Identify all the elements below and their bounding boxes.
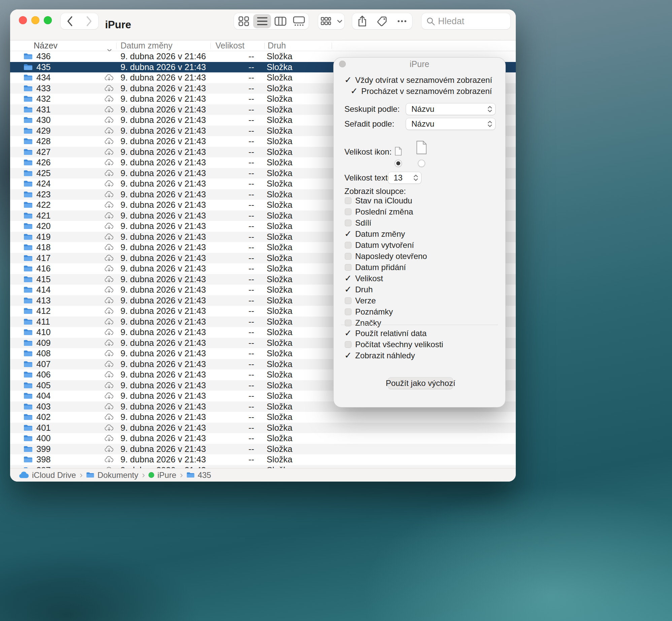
zoom-button[interactable] [44,16,52,24]
checkbox-option[interactable]: ✓ Druh [334,284,505,295]
group-by-select[interactable]: Názvu [406,103,495,115]
cloud-download-icon[interactable] [104,117,114,124]
cloud-download-icon[interactable] [104,159,114,166]
column-header-name[interactable]: Název [34,40,58,51]
column-header-kind[interactable]: Druh [268,40,286,51]
cloud-download-icon[interactable] [104,106,114,113]
column-divider[interactable] [332,43,332,49]
checkbox-option[interactable]: Naposledy otevřeno [334,251,505,262]
column-view-button[interactable] [272,14,290,28]
cloud-download-icon[interactable] [104,350,114,357]
breadcrumb-item[interactable]: iPure [148,470,176,480]
checkbox-option[interactable]: Datum vytvoření [334,239,505,251]
cloud-download-icon[interactable] [104,297,114,304]
tag-button[interactable] [373,14,392,29]
text-size-select[interactable]: 13 [388,172,421,184]
file-kind: Složka [267,359,293,370]
cloud-download-icon[interactable] [104,212,114,220]
cloud-download-icon[interactable] [104,233,114,241]
table-row[interactable]: 398 9. dubna 2026 v 21:43 -- Složka [10,454,516,465]
checkbox-option[interactable]: Značky [334,317,505,328]
breadcrumb-item[interactable]: Dokumenty [86,470,138,480]
cloud-download-icon[interactable] [104,456,114,463]
cloud-download-icon[interactable] [104,424,114,432]
cloud-download-icon[interactable] [104,149,114,156]
table-row[interactable]: 401 9. dubna 2026 v 21:43 -- Složka [10,423,516,433]
back-button[interactable] [66,15,74,27]
group-by-button[interactable] [318,13,344,29]
cloud-download-icon[interactable] [104,339,114,347]
more-options-button[interactable] [393,14,411,29]
sort-by-select[interactable]: Názvu [406,118,495,130]
cloud-download-icon[interactable] [104,307,114,315]
breadcrumb-item[interactable]: 435 [187,470,211,480]
icon-size-large-radio[interactable] [418,160,425,167]
cloud-download-icon[interactable] [104,276,114,283]
checkbox-option[interactable]: Datum přidání [334,262,505,273]
column-divider[interactable] [116,43,116,49]
cloud-download-icon[interactable] [104,74,114,81]
cloud-download-icon[interactable] [104,392,114,400]
cloud-download-icon[interactable] [104,127,114,135]
cloud-download-icon[interactable] [104,85,114,92]
checkbox-option[interactable]: Počítat všechny velikosti [334,339,505,350]
cloud-download-icon[interactable] [104,435,114,442]
checkbox-option[interactable]: ✓ Vždy otvírat v seznamovém zobrazení [334,74,505,86]
cloud-download-icon[interactable] [104,255,114,262]
forward-button[interactable] [85,15,93,27]
table-row[interactable]: 402 9. dubna 2026 v 21:43 -- Složka [10,412,516,423]
cloud-download-icon[interactable] [104,244,114,251]
cloud-download-icon[interactable] [104,95,114,103]
checkbox-option[interactable]: Poslední změna [334,206,505,217]
checkbox-icon [345,208,351,215]
breadcrumb-item[interactable]: iCloud Drive [19,470,76,480]
cloud-download-icon[interactable] [104,403,114,411]
checkmark-icon: ✓ [344,229,352,239]
cloud-download-icon[interactable] [104,191,114,198]
column-divider[interactable] [264,43,265,49]
file-kind: Složka [267,72,293,83]
search-field[interactable] [422,13,510,29]
cloud-download-icon[interactable] [104,382,114,389]
checkbox-option[interactable]: Verze [334,295,505,306]
cloud-download-icon[interactable] [104,180,114,188]
file-size: -- [210,306,254,317]
checkbox-option[interactable]: Sdílí [334,217,505,228]
search-input[interactable] [438,16,499,27]
checkbox-option[interactable]: ✓ Zobrazit náhledy [334,350,505,361]
checkbox-option[interactable]: ✓ Velikost [334,273,505,284]
cloud-download-icon[interactable] [104,138,114,145]
cloud-download-icon[interactable] [104,361,114,368]
use-defaults-button[interactable]: Použít jako výchozí [388,378,453,389]
cloud-download-icon[interactable] [104,414,114,421]
checkbox-option[interactable]: Poznámky [334,306,505,317]
cloud-download-icon[interactable] [104,170,114,177]
folder-icon [24,371,33,378]
icon-size-small-radio[interactable] [395,160,402,167]
cloud-download-icon[interactable] [104,286,114,294]
cloud-download-icon[interactable] [104,265,114,272]
checkbox-option[interactable]: ✓ Procházet v seznamovém zobrazení [334,86,505,97]
column-divider[interactable] [210,43,211,49]
table-row[interactable]: 400 9. dubna 2026 v 21:43 -- Složka [10,433,516,444]
column-header-date[interactable]: Datum změny [121,40,172,51]
cloud-download-icon[interactable] [104,201,114,209]
cloud-download-icon[interactable] [104,223,114,230]
minimize-button[interactable] [31,16,39,24]
checkbox-label: Poslední změna [355,207,413,217]
cloud-download-icon[interactable] [104,318,114,326]
checkbox-option[interactable]: ✓ Datum změny [334,228,505,239]
checkbox-option[interactable]: ✓ Použít relativní data [334,328,505,339]
gallery-view-button[interactable] [290,14,308,28]
cloud-download-icon[interactable] [104,371,114,379]
close-button[interactable] [19,16,27,24]
table-row[interactable]: 399 9. dubna 2026 v 21:43 -- Složka [10,444,516,455]
list-view-button[interactable] [253,14,271,28]
checkbox-option[interactable]: Stav na iCloudu [334,195,505,206]
cloud-download-icon[interactable] [104,446,114,453]
column-header-size[interactable]: Velikost [215,40,244,51]
table-row[interactable]: 397 9. dubna 2026 v 21:43 -- Složka [10,465,516,468]
icon-view-button[interactable] [235,14,253,28]
share-button[interactable] [353,14,372,29]
cloud-download-icon[interactable] [104,329,114,336]
